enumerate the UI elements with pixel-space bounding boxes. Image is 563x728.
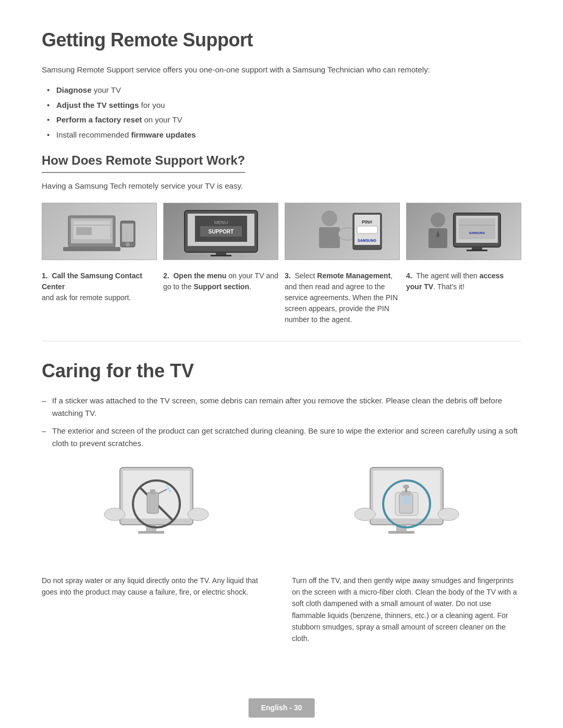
svg-point-31 [431,213,445,227]
svg-rect-29 [472,247,482,250]
svg-rect-38 [138,531,164,534]
care-image-no-spray [42,462,271,566]
svg-point-61 [402,495,410,505]
step2-illustration: MENU SUPPORT [179,205,263,257]
how-does-work-title: How Does Remote Support Work? [42,151,245,173]
step2-number: 2. Open the menu on your TV and go to th… [163,270,278,292]
svg-point-48 [166,485,168,486]
care-desc-no-spray: Do not spray water or any liquid directl… [42,575,271,645]
care-descriptions-row: Do not spray water or any liquid directl… [42,575,521,645]
svg-rect-15 [216,252,226,255]
step3-illustration: PIN# SAMSUNG [301,205,384,257]
caring-bullet-2: The exterior and screen of the product c… [42,425,521,450]
step2-desc: 2. Open the menu on your TV and go to th… [163,270,278,325]
bullet-factory-reset: Perform a factory reset on your TV [47,114,521,126]
step4-illustration: SAMSUNG [422,205,506,257]
wipe-illustration [349,462,464,566]
bullet-adjust-bold: Adjust the TV settings [56,101,139,109]
svg-rect-44 [150,489,155,495]
step2-image: MENU SUPPORT [163,203,278,260]
step1-text: and ask for remote support. [42,292,157,303]
step1-number: 1. Call the Samsung Contact Center [42,270,157,292]
step1-image [42,203,157,260]
caring-title: Caring for the TV [42,357,521,385]
svg-point-60 [403,485,409,489]
bullet-diagnose: Diagnose your TV [47,84,521,96]
svg-rect-30 [467,250,487,251]
footer-label: English - 30 [249,698,315,718]
steps-descriptions-row: 1. Call the Samsung Contact Center and a… [42,270,521,325]
svg-rect-5 [63,247,120,251]
bullet-factory-reset-bold: Perform a factory reset [56,115,142,124]
svg-rect-4 [76,227,92,235]
care-image-wipe [292,462,521,566]
svg-point-39 [104,508,125,521]
step1-illustration [58,205,141,257]
bullet-diagnose-bold: Diagnose [56,85,92,94]
no-spray-illustration [99,462,214,566]
subsection-intro: Having a Samsung Tech remotely service y… [42,180,521,192]
svg-point-40 [188,508,209,521]
section-divider [42,341,521,341]
svg-point-54 [438,508,459,521]
svg-point-8 [126,242,130,246]
svg-text:SUPPORT: SUPPORT [208,229,233,235]
step4-desc: 4. The agent will then access your TV. T… [406,270,521,325]
svg-rect-16 [211,255,231,256]
svg-point-46 [167,487,169,489]
svg-point-47 [169,490,171,492]
remote-support-section: Getting Remote Support Samsung Remote Su… [42,26,521,325]
step4-image: SAMSUNG [406,203,521,260]
care-images-row [42,462,521,566]
steps-images-row: MENU SUPPORT [42,203,521,260]
caring-bullet-1: If a sticker was attached to the TV scre… [42,394,521,419]
care-desc-wipe: Turn off the TV, and then gently wipe aw… [292,575,521,645]
svg-text:SAMSUNG: SAMSUNG [469,231,485,235]
svg-point-17 [322,211,337,226]
remote-support-bullets: Diagnose your TV Adjust the TV settings … [47,84,521,141]
svg-text:PIN#: PIN# [361,219,372,225]
step3-image: PIN# SAMSUNG [285,203,400,260]
page-content: Getting Remote Support Samsung Remote Su… [0,0,563,676]
svg-rect-27 [459,218,495,239]
svg-rect-43 [147,492,158,513]
bullet-firmware: Install recommended firmware updates [47,129,521,141]
step3-desc: 3. Select Remote Management, and then re… [285,270,400,325]
step1-desc: 1. Call the Samsung Contact Center and a… [42,270,157,325]
remote-support-intro: Samsung Remote Support service offers yo… [42,64,521,76]
bullet-firmware-bold: firmware updates [131,130,195,139]
caring-bullets: If a sticker was attached to the TV scre… [42,394,521,450]
svg-rect-23 [357,226,377,233]
svg-point-53 [354,508,375,521]
step4-number: 4. The agent will then access your TV. T… [406,270,521,292]
svg-rect-18 [319,227,340,248]
caring-section: Caring for the TV If a sticker was attac… [42,357,521,645]
step3-number: 3. Select Remote Management, and then re… [285,270,400,325]
svg-rect-7 [122,224,133,242]
bullet-adjust: Adjust the TV settings for you [47,100,521,112]
svg-rect-52 [388,531,414,534]
remote-support-title: Getting Remote Support [42,26,521,54]
svg-text:MENU: MENU [214,220,228,225]
svg-text:SAMSUNG: SAMSUNG [358,239,376,242]
